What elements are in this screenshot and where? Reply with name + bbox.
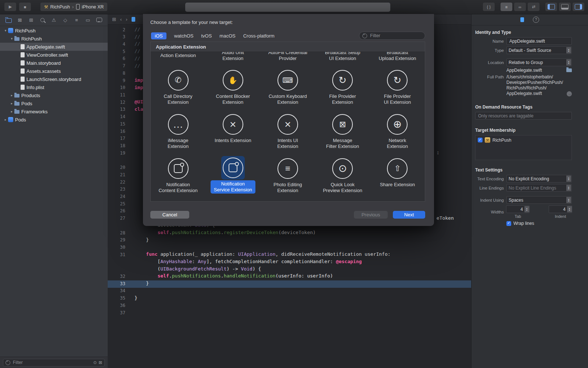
project-navigator-icon[interactable] [5, 17, 12, 23]
code-line[interactable]: 29 } [108, 237, 472, 244]
test-navigator-icon[interactable]: ◇ [62, 17, 68, 23]
quick-help-tab-icon[interactable]: ? [533, 17, 539, 23]
template-message-filter-extension[interactable]: ⊠Message Filter Extension [315, 108, 370, 152]
code-line[interactable]: 32 self.pushNotifications.handleNotifica… [108, 273, 472, 280]
disclosure-triangle-icon[interactable]: ▸ [9, 93, 14, 97]
template-share-extension[interactable]: ⇧Share Extension [370, 152, 425, 197]
code-line[interactable]: 31 func application(_ application: UIApp… [108, 251, 472, 259]
code-line[interactable]: 33 } [108, 280, 472, 288]
code-line[interactable]: [AnyHashable: Any], fetchCompletionHandl… [108, 259, 472, 266]
file-row[interactable]: ▸Products [0, 91, 108, 99]
find-navigator-icon[interactable] [39, 18, 46, 22]
file-name-field[interactable] [506, 37, 572, 45]
scheme-selector[interactable]: ⚒ RichPush › iPhone XR [40, 3, 107, 11]
platform-tab-cross-platform[interactable]: Cross-platform [243, 33, 275, 39]
line-endings-dropdown[interactable]: No Explicit Line Endings [506, 184, 572, 192]
disclosure-triangle-icon[interactable]: ▸ [9, 102, 14, 105]
text-encoding-dropdown[interactable]: No Explicit Encoding [506, 175, 572, 183]
resource-tags-field[interactable] [475, 112, 572, 120]
template-photo-editing-extension[interactable]: ≡Photo Editing Extension [260, 152, 315, 197]
template-filter-field[interactable] [359, 32, 425, 40]
run-button[interactable]: ▶ [4, 3, 16, 11]
resource-tags-input[interactable] [477, 113, 571, 119]
template-broadcast-setup-ui-extension[interactable]: Broadcast Setup UI Extension [315, 52, 370, 64]
file-row[interactable]: AppDelegate.swift [0, 43, 108, 51]
platform-tab-ios[interactable]: iOS [151, 32, 166, 39]
platform-tab-watchos[interactable]: watchOS [174, 33, 194, 39]
template-intents-ui-extension[interactable]: ×Intents UI Extension [260, 108, 315, 152]
file-row[interactable]: ViewController.swift [0, 51, 108, 59]
template-action-extension[interactable]: Action Extension [151, 52, 205, 64]
breakpoint-navigator-icon[interactable]: ▭ [85, 17, 91, 23]
tab-width-stepper[interactable]: 4 [506, 205, 530, 213]
disclosure-triangle-icon[interactable]: ▸ [3, 118, 8, 121]
report-navigator-icon[interactable] [96, 18, 103, 22]
back-button[interactable]: ‹ [120, 17, 122, 22]
navigator-filter-input[interactable] [12, 360, 92, 365]
template-broadcast-upload-extension[interactable]: Broadcast Upload Extension [370, 52, 425, 64]
code-line[interactable]: 34 [108, 288, 472, 295]
indent-width-stepper[interactable]: 4 [549, 205, 572, 213]
platform-tab-macos[interactable]: macOS [219, 33, 235, 39]
toggle-navigator-button[interactable] [545, 3, 557, 11]
template-autofill-credential-provider[interactable]: AutoFill Credential Provider [260, 52, 315, 64]
file-row[interactable]: ▸Frameworks [0, 107, 108, 116]
file-row[interactable]: ▸Pods [0, 99, 108, 107]
debug-navigator-icon[interactable]: ≡ [73, 17, 80, 23]
file-row[interactable]: Assets.xcassets [0, 67, 108, 75]
file-row[interactable]: Info.plist [0, 83, 108, 91]
folder-icon[interactable] [566, 68, 572, 72]
target-checkbox[interactable] [478, 138, 483, 142]
template-call-directory-extension[interactable]: ✆Call Directory Extension [151, 64, 205, 108]
template-filter-input[interactable] [369, 33, 422, 39]
template-audio-unit-extension[interactable]: Audio Unit Extension [205, 52, 260, 64]
template-file-provider-extension[interactable]: ↻File Provider Extension [315, 64, 370, 108]
standard-editor-button[interactable]: ≡ [501, 3, 512, 11]
unsaved-filter-icon[interactable]: ⊠ [98, 360, 102, 365]
template-notification-content-extension[interactable]: Notification Content Extension [151, 152, 205, 197]
file-row[interactable]: ▸Pods [0, 116, 108, 124]
file-row[interactable]: LaunchScreen.storyboard [0, 75, 108, 83]
template-imessage-extension[interactable]: …iMessage Extension [151, 108, 205, 152]
forward-button[interactable]: › [126, 17, 127, 22]
template-notification-service-extension[interactable]: Notification Service Extension [205, 152, 260, 197]
issue-navigator-icon[interactable]: ⚠ [51, 17, 57, 23]
template-custom-keyboard-extension[interactable]: ⌨Custom Keyboard Extension [260, 64, 315, 108]
code-line[interactable]: 36 [108, 302, 472, 309]
disclosure-triangle-icon[interactable]: ▾ [9, 37, 14, 40]
symbol-navigator-icon[interactable]: ⊞ [28, 17, 35, 23]
template-intents-extension[interactable]: ×Intents Extension [205, 108, 260, 152]
file-inspector-tab-icon[interactable] [520, 17, 524, 22]
file-name-input[interactable] [509, 38, 571, 44]
version-editor-button[interactable]: ⇄ [528, 3, 539, 11]
stop-button[interactable]: ■ [19, 3, 31, 11]
template-quick-look-preview-extension[interactable]: ⊙Quick Look Preview Extension [315, 152, 370, 197]
target-membership-row[interactable]: ⚒ RichPush [478, 137, 569, 143]
location-dropdown[interactable]: Relative to Group [506, 59, 572, 66]
previous-button[interactable]: Previous [354, 211, 388, 219]
code-line[interactable]: 37 [108, 309, 472, 317]
recents-filter-icon[interactable]: ⊙ [93, 360, 97, 365]
file-row[interactable]: Main.storyboard [0, 59, 108, 67]
indent-using-dropdown[interactable]: Spaces [506, 196, 572, 204]
template-network-extension[interactable]: ⊕Network Extension [370, 108, 425, 152]
disclosure-triangle-icon[interactable]: ▾ [3, 29, 8, 32]
file-row[interactable]: ▾RichPush [0, 26, 108, 35]
template-file-provider-ui-extension[interactable]: ↻File Provider UI Extension [370, 64, 425, 108]
type-dropdown[interactable]: Default - Swift Source [506, 46, 572, 54]
disclosure-triangle-icon[interactable]: ▸ [9, 110, 14, 113]
next-button[interactable]: Next [393, 211, 425, 219]
library-button[interactable]: { } [483, 3, 495, 11]
code-line[interactable]: (UIBackgroundFetchResult) -> Void) { [108, 266, 472, 273]
assistant-editor-button[interactable]: ∞ [514, 3, 526, 11]
template-content-blocker-extension[interactable]: ✋Content Blocker Extension [205, 64, 260, 108]
code-line[interactable]: 35} [108, 295, 472, 302]
related-items-icon[interactable]: ⊞ [112, 17, 116, 22]
wrap-lines-checkbox[interactable] [506, 221, 511, 226]
cancel-button[interactable]: Cancel [150, 211, 189, 219]
platform-tab-tvos[interactable]: tvOS [201, 33, 212, 39]
code-line[interactable]: 28 self.pushNotifications.registerDevice… [108, 230, 472, 237]
toggle-debug-area-button[interactable] [559, 3, 571, 11]
source-control-navigator-icon[interactable]: ⊠ [17, 17, 23, 23]
navigator-filter-field[interactable]: ⊙⊠ [3, 359, 105, 367]
